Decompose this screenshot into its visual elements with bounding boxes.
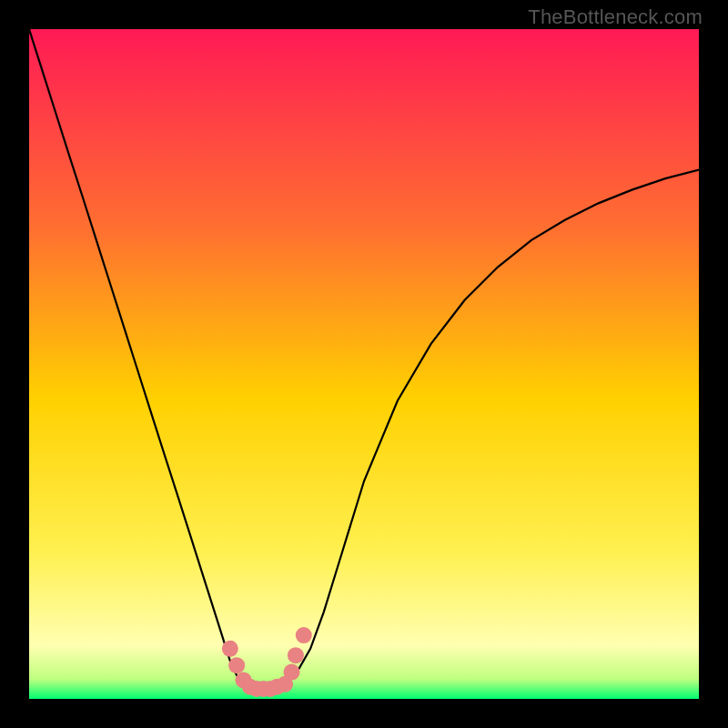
curve-marker <box>288 647 304 663</box>
plot-svg <box>29 29 699 699</box>
chart-frame: TheBottleneck.com <box>0 0 728 728</box>
curve-marker <box>222 641 238 657</box>
curve-marker <box>296 627 312 643</box>
curve-marker <box>228 657 245 673</box>
curve-marker <box>284 664 300 681</box>
gradient-background <box>29 29 699 699</box>
attribution-text: TheBottleneck.com <box>528 5 703 29</box>
plot-area <box>29 29 699 699</box>
